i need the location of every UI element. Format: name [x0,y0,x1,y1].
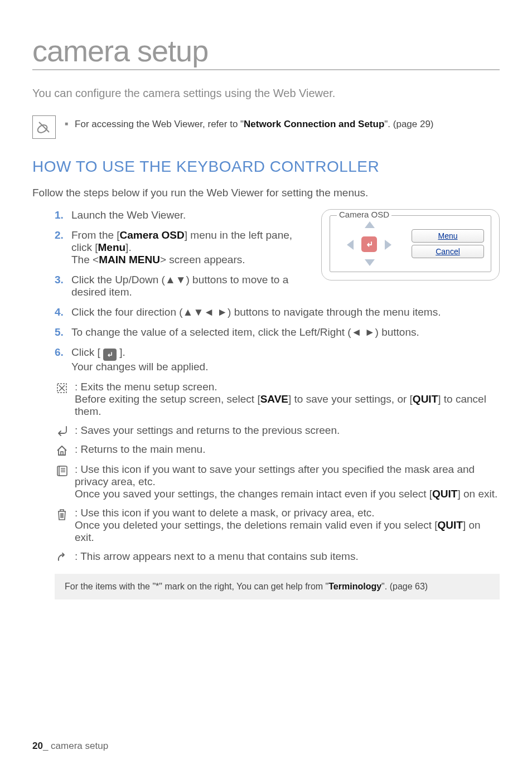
icon-legend-item: : Use this icon if you want to delete a … [55,507,500,544]
step-number: 6. [55,346,67,373]
icon-legend-item: : Use this icon if you want to save your… [55,463,500,500]
camera-osd-panel: Camera OSD Menu Cancel [321,209,500,280]
back-icon [55,424,69,437]
svg-point-0 [36,123,49,134]
step-item: 6.Click [ ].Your changes will be applied… [55,346,500,373]
svg-rect-2 [61,452,63,455]
camera-osd-legend: Camera OSD [337,210,391,219]
icon-legend-item: : Exits the menu setup screen.Before exi… [55,381,500,418]
sub-icon [55,550,69,564]
icon-legend-text: : Use this icon if you want to delete a … [75,507,500,544]
step-number: 4. [55,306,67,318]
icon-legend-text: : Exits the menu setup screen.Before exi… [75,381,500,418]
step-number: 1. [55,209,67,221]
dpad-right-icon[interactable] [385,240,391,250]
delete-icon [55,507,69,521]
page-footer: 20_ camera setup [32,741,108,752]
svg-rect-4 [59,466,67,476]
note-block: ■For accessing the Web Viewer, refer to … [32,115,500,139]
chapter-title: camera setup [32,33,500,70]
icon-legend-item: : Saves your settings and returns to the… [55,424,500,437]
step-item: 5.To change the value of a selected item… [55,326,500,338]
icon-legend-text: : Use this icon if you want to save your… [75,463,500,500]
menu-button[interactable]: Menu [412,229,484,243]
step-body: Click the Up/Down (▲▼) buttons to move t… [71,274,310,298]
icon-legend-item: : Returns to the main menu. [55,443,500,457]
dpad-down-icon[interactable] [365,259,375,266]
step-body: To change the value of a selected item, … [71,326,500,338]
dpad-enter-button[interactable] [361,236,377,252]
icon-legend-list: : Exits the menu setup screen.Before exi… [32,381,500,564]
section-title: HOW TO USE THE KEYBOARD CONTROLLER [32,158,500,176]
step-body: Click [ ].Your changes will be applied. [71,346,500,373]
save-icon [55,463,69,477]
icon-legend-text: : Returns to the main menu. [75,443,500,456]
dpad [342,221,396,266]
step-number: 3. [55,274,67,298]
home-icon [55,443,69,457]
step-body: Launch the Web Viewer. [71,209,310,221]
step-item: 4.Click the four direction (▲▼◄ ►) butto… [55,306,500,318]
note-icon [32,115,56,139]
intro-text: You can configure the camera settings us… [32,87,500,100]
cancel-button[interactable]: Cancel [412,245,484,258]
dpad-up-icon[interactable] [365,221,375,228]
dpad-left-icon[interactable] [347,240,354,250]
step-body: Click the four direction (▲▼◄ ►) buttons… [71,306,500,318]
section-intro: Follow the steps below if you run the We… [32,187,500,199]
terminology-ref: For the items with the "*" mark on the r… [55,574,500,599]
icon-legend-text: : This arrow appears next to a menu that… [75,550,500,563]
exit-icon [55,381,69,394]
note-text: ■For accessing the Web Viewer, refer to … [65,115,434,130]
step-number: 5. [55,326,67,338]
icon-legend-text: : Saves your settings and returns to the… [75,424,500,437]
step-body: From the [Camera OSD] menu in the left p… [71,229,310,266]
icon-legend-item: : This arrow appears next to a menu that… [55,550,500,564]
step-number: 2. [55,229,67,266]
